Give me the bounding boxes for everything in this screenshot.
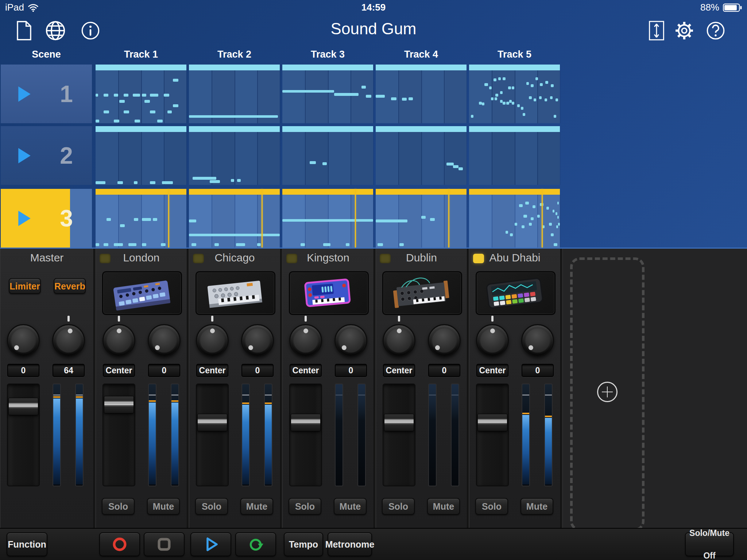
- fader-handle[interactable]: [8, 398, 38, 415]
- gadget-image-button[interactable]: [196, 271, 275, 315]
- clip-note: [494, 78, 496, 81]
- clip-note: [107, 218, 111, 221]
- clip-scene1-track1[interactable]: [96, 65, 186, 123]
- reverb-button[interactable]: Reverb: [54, 278, 86, 294]
- function-button[interactable]: Function: [7, 532, 47, 556]
- fader-handle[interactable]: [197, 414, 227, 431]
- clip-scene3-track2[interactable]: [189, 189, 280, 248]
- pan-knob[interactable]: [289, 324, 322, 357]
- gadget-image-button[interactable]: [102, 271, 182, 315]
- clip-note: [173, 104, 178, 107]
- scene-2-play-icon[interactable]: [18, 147, 31, 164]
- solo-button[interactable]: Solo: [102, 498, 135, 515]
- record-button[interactable]: [99, 532, 140, 556]
- mixer-panel: MasterLimiterReverb064LondonCenter0SoloM…: [0, 249, 747, 528]
- mute-button[interactable]: Mute: [520, 498, 553, 515]
- send-knob[interactable]: [334, 324, 367, 357]
- level-meter-2: [357, 384, 366, 486]
- clip-scene2-track1[interactable]: [96, 126, 186, 185]
- clip-note: [557, 216, 559, 219]
- clip-scene3-track1[interactable]: [96, 189, 186, 248]
- clip-scene1-track3[interactable]: [282, 65, 373, 123]
- volume-fader[interactable]: [289, 384, 322, 486]
- clip-note: [124, 94, 128, 97]
- play-button[interactable]: [190, 532, 231, 556]
- gadget-image-button[interactable]: [289, 271, 369, 315]
- solo-button[interactable]: Solo: [289, 498, 321, 515]
- clip-note: [525, 202, 529, 205]
- gadget-image-button[interactable]: [476, 271, 556, 315]
- stop-button[interactable]: [144, 532, 185, 556]
- clip-scene3-track3[interactable]: [282, 189, 373, 248]
- knob-value-display: 0: [148, 364, 180, 377]
- clip-scene2-track5[interactable]: [469, 126, 560, 185]
- send-knob[interactable]: [521, 324, 554, 357]
- status-time: 14:59: [0, 2, 747, 13]
- add-track-plus-icon[interactable]: [597, 382, 618, 402]
- scene-1-cell[interactable]: 1: [1, 65, 92, 123]
- volume-fader[interactable]: [102, 384, 135, 486]
- clip-scene2-track2[interactable]: [189, 126, 280, 185]
- clip-note: [96, 94, 98, 97]
- send-knob[interactable]: [428, 324, 461, 357]
- pan-knob[interactable]: [7, 324, 40, 357]
- volume-fader[interactable]: [383, 384, 415, 486]
- pan-knob[interactable]: [476, 324, 509, 357]
- fader-handle[interactable]: [384, 414, 414, 431]
- tempo-label: Tempo: [289, 533, 318, 556]
- level-meter-1: [53, 384, 61, 486]
- solo-button[interactable]: Solo: [195, 498, 228, 515]
- strip-name: Abu Dhabi: [469, 252, 560, 264]
- clip-note: [282, 90, 334, 93]
- clip-scene2-track3[interactable]: [282, 126, 373, 185]
- fader-handle[interactable]: [477, 414, 507, 431]
- pan-knob[interactable]: [102, 324, 135, 357]
- solo-button[interactable]: Solo: [382, 498, 415, 515]
- clip-note: [550, 96, 553, 99]
- pan-knob[interactable]: [196, 324, 229, 357]
- fader-handle[interactable]: [291, 414, 321, 431]
- knob-value-display: Center: [196, 364, 228, 377]
- send-knob[interactable]: [241, 324, 274, 357]
- solo-button[interactable]: Solo: [475, 498, 508, 515]
- fader-handle[interactable]: [104, 396, 134, 413]
- clip-scene2-track4[interactable]: [376, 126, 467, 185]
- mute-button[interactable]: Mute: [147, 498, 180, 515]
- send-knob[interactable]: [148, 324, 181, 357]
- mute-button[interactable]: Mute: [334, 498, 367, 515]
- clip-header-bar: [282, 65, 373, 70]
- scene-3-cell[interactable]: 3: [1, 189, 92, 248]
- scene-2-cell[interactable]: 2: [1, 126, 92, 185]
- clip-scene1-track2[interactable]: [189, 65, 280, 123]
- resize-vertical-icon[interactable]: [646, 20, 667, 41]
- scene-3-play-icon[interactable]: [18, 210, 31, 227]
- clip-note: [402, 98, 406, 101]
- settings-gear-icon[interactable]: [674, 20, 694, 41]
- clip-scene3-track5[interactable]: [469, 189, 560, 248]
- clip-scene1-track5[interactable]: [469, 65, 560, 123]
- volume-fader[interactable]: [476, 384, 509, 486]
- clip-scene1-track4[interactable]: [376, 65, 467, 123]
- mute-button[interactable]: Mute: [427, 498, 460, 515]
- mute-button[interactable]: Mute: [240, 498, 273, 515]
- clip-note: [237, 179, 241, 182]
- clip-note: [114, 243, 123, 246]
- volume-fader[interactable]: [196, 384, 229, 486]
- gadget-image-button[interactable]: [382, 271, 462, 315]
- clip-note: [189, 115, 278, 118]
- tempo-button[interactable]: Tempo: [284, 532, 323, 556]
- clip-scene3-track4[interactable]: [376, 189, 467, 248]
- pan-knob[interactable]: [383, 324, 415, 357]
- scene-1-play-icon[interactable]: [18, 86, 31, 102]
- limiter-button[interactable]: Limiter: [9, 278, 41, 294]
- help-icon[interactable]: [705, 20, 726, 41]
- send-knob[interactable]: [52, 324, 85, 357]
- solo-mute-off-button[interactable]: Solo/Mute Off: [685, 532, 734, 556]
- volume-fader[interactable]: [7, 384, 40, 486]
- metronome-button[interactable]: Metronome: [328, 532, 372, 556]
- knob-value-display: Center: [290, 364, 322, 377]
- add-track-slot[interactable]: [570, 257, 645, 531]
- clip-note: [556, 225, 558, 228]
- clip-note: [531, 217, 533, 220]
- loop-button[interactable]: [235, 532, 276, 556]
